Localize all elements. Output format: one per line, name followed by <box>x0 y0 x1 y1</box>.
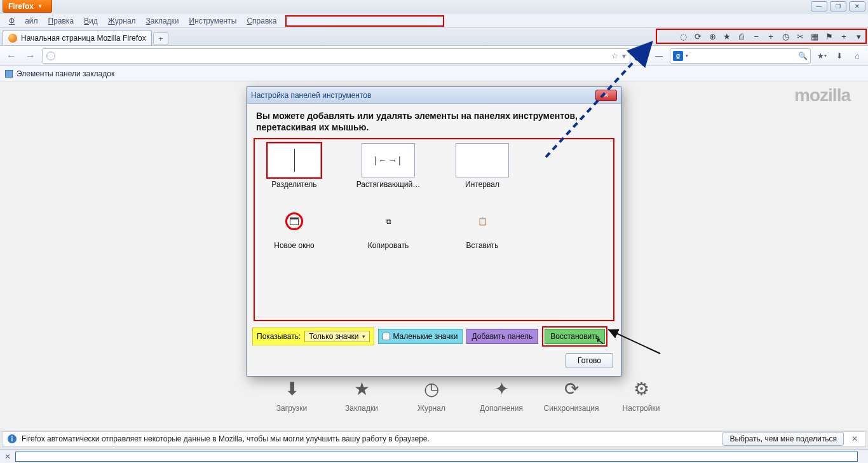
notice-close-button[interactable]: ✕ <box>849 434 860 443</box>
annotation-redbox-items: Разделитель |←→| Растягивающий… Интервал… <box>254 138 614 321</box>
menu-help[interactable]: Справка <box>241 15 281 27</box>
tab-active[interactable]: Начальная страница Mozilla Firefox <box>3 30 152 45</box>
reload-icon[interactable]: ⟳ <box>692 31 703 42</box>
dialog-instruction: Вы можете добавлять или удалять элементы… <box>247 104 621 138</box>
url-input[interactable]: ☆ ▾ <box>42 48 630 64</box>
quick-addons[interactable]: ✦Дополнения <box>477 377 526 413</box>
bookmark-boxed-icon[interactable]: ★ <box>721 31 733 42</box>
palette-item-flexible-space[interactable]: |←→| Растягивающий… <box>354 143 423 189</box>
separator-preview-icon <box>268 143 321 177</box>
back-button[interactable]: ← <box>4 48 19 64</box>
url-dropdown-icon[interactable]: ▾ <box>622 52 626 60</box>
palette-item-spacer[interactable]: Интервал <box>448 143 517 189</box>
firefox-menu-button[interactable]: Firefox <box>3 0 52 13</box>
minimize-button[interactable]: — <box>811 1 827 11</box>
find-input[interactable] <box>15 452 858 462</box>
download-icon: ⬇ <box>280 377 303 400</box>
google-engine-icon[interactable]: g <box>673 51 683 61</box>
menu-view[interactable]: Вид <box>79 15 103 27</box>
cut-icon[interactable]: ✂ <box>794 31 806 42</box>
apps-grid-icon[interactable]: ▦ <box>809 31 820 42</box>
annotation-redbox-menubar <box>285 15 444 27</box>
bookmarks-bar: Элементы панели закладок <box>0 66 868 81</box>
small-icons-group: Маленькие значки <box>378 329 462 344</box>
quick-downloads[interactable]: ⬇Загрузки <box>267 377 316 413</box>
new-window-preview <box>268 204 321 238</box>
palette-item-new-window[interactable]: Новое окно <box>260 204 329 250</box>
menu-file[interactable]: ФФайлайл <box>4 15 43 27</box>
bookmark-star-icon[interactable]: ☆ <box>611 52 618 60</box>
firefox-favicon-icon <box>8 34 17 43</box>
new-window-icon <box>290 218 299 225</box>
zoom-out-icon[interactable]: − <box>750 31 762 42</box>
firefox-menu-label: Firefox <box>8 2 34 11</box>
startpage-quick-links: ⬇Загрузки ★Закладки ◷Журнал ✦Дополнения … <box>267 377 666 413</box>
zoom-in-icon[interactable]: + <box>765 31 776 42</box>
menubar: ФФайлайл Правка Вид Журнал Закладки Инст… <box>0 14 868 28</box>
locate-icon[interactable]: ⊕ <box>707 31 718 42</box>
quick-bookmarks[interactable]: ★Закладки <box>337 377 386 413</box>
search-engine-dropdown-icon[interactable]: ▾ <box>686 53 688 59</box>
forward-button[interactable]: → <box>23 48 38 64</box>
find-bar: ✕ <box>0 449 868 463</box>
done-button[interactable]: Готово <box>566 353 613 368</box>
window-controls: — ❐ ✕ <box>811 1 865 11</box>
overflow-dropdown-icon[interactable]: ▾ <box>853 31 864 42</box>
copy-icon: ⧉ <box>362 204 415 238</box>
toolbar-custom-icons: ◌ ⟳ ⊕ ★ ⎙ − + ◷ ✂ ▦ ⚑ + ▾ <box>677 31 864 42</box>
puzzle-icon: ✦ <box>490 377 513 400</box>
menu-history[interactable]: Журнал <box>103 15 141 27</box>
search-input[interactable]: g ▾ 🔍 <box>670 48 811 64</box>
close-button[interactable]: ✕ <box>849 1 865 11</box>
search-magnify-icon[interactable]: 🔍 <box>798 52 808 60</box>
palette-item-separator[interactable]: Разделитель <box>260 143 329 189</box>
star-icon: ★ <box>350 377 373 400</box>
history-icon[interactable]: ◷ <box>780 31 791 42</box>
gear-icon: ⚙ <box>630 377 653 400</box>
tabbar: Начальная страница Mozilla Firefox + ◌ ⟳… <box>0 28 868 46</box>
print-icon[interactable]: ⎙ <box>736 31 747 42</box>
activity-icon[interactable]: ◌ <box>677 31 689 42</box>
new-tab-button[interactable]: + <box>153 32 168 45</box>
stop-button[interactable]: — <box>652 49 666 63</box>
show-mode-group: Показывать: Только значки <box>252 328 374 345</box>
info-icon: i <box>8 434 17 443</box>
telemetry-notice-bar: i Firefox автоматически отправляет некот… <box>2 431 866 446</box>
navbar: ← → ☆ ▾ ⟳ — g ▾ 🔍 ★▾ ⬇ ⌂ <box>0 46 868 66</box>
dialog-titlebar[interactable]: Настройка панелей инструментов ✕ <box>247 87 621 104</box>
bookmarks-bar-label[interactable]: Элементы панели закладок <box>17 69 114 78</box>
dialog-close-button[interactable]: ✕ <box>595 90 617 101</box>
choose-share-button[interactable]: Выбрать, чем мне поделиться <box>722 432 844 446</box>
clock-icon: ◷ <box>420 377 443 400</box>
dialog-title: Настройка панелей инструментов <box>251 91 371 100</box>
menu-tools[interactable]: Инструменты <box>184 15 242 27</box>
menu-bookmarks[interactable]: Закладки <box>141 15 184 27</box>
quick-sync[interactable]: ⟳Синхронизация <box>546 377 596 413</box>
show-mode-dropdown[interactable]: Только значки <box>304 331 370 342</box>
quick-settings[interactable]: ⚙Настройки <box>616 377 666 413</box>
menu-edit[interactable]: Правка <box>43 15 79 27</box>
tab-title: Начальная страница Mozilla Firefox <box>21 34 146 43</box>
bookmarks-menu-button[interactable]: ★▾ <box>815 49 829 63</box>
mozilla-logo: mozilla <box>794 85 850 106</box>
globe-icon <box>46 52 55 60</box>
annotation-red-circle <box>285 212 303 230</box>
bookmarks-folder-icon <box>5 70 13 78</box>
reload-button[interactable]: ⟳ <box>634 49 648 63</box>
home-button[interactable]: ⌂ <box>850 49 864 63</box>
palette-item-copy[interactable]: ⧉ Копировать <box>354 204 423 250</box>
dialog-bottom-controls: Показывать: Только значки Маленькие знач… <box>247 321 621 349</box>
findbar-close-button[interactable]: ✕ <box>3 452 13 462</box>
quick-history[interactable]: ◷Журнал <box>407 377 456 413</box>
sync-icon: ⟳ <box>560 377 583 400</box>
small-icons-checkbox[interactable] <box>383 333 390 340</box>
add-icon[interactable]: + <box>838 31 850 42</box>
add-panel-button[interactable]: Добавить панель <box>466 329 539 344</box>
downloads-button[interactable]: ⬇ <box>832 49 846 63</box>
palette-item-paste[interactable]: 📋 Вставить <box>448 204 517 250</box>
customize-toolbar-dialog: Настройка панелей инструментов ✕ Вы може… <box>247 86 621 377</box>
titlebar: Firefox — ❐ ✕ <box>0 0 868 14</box>
feed-icon[interactable]: ⚑ <box>824 31 835 42</box>
maximize-button[interactable]: ❐ <box>830 1 846 11</box>
flexible-space-preview-icon: |←→| <box>362 143 415 177</box>
